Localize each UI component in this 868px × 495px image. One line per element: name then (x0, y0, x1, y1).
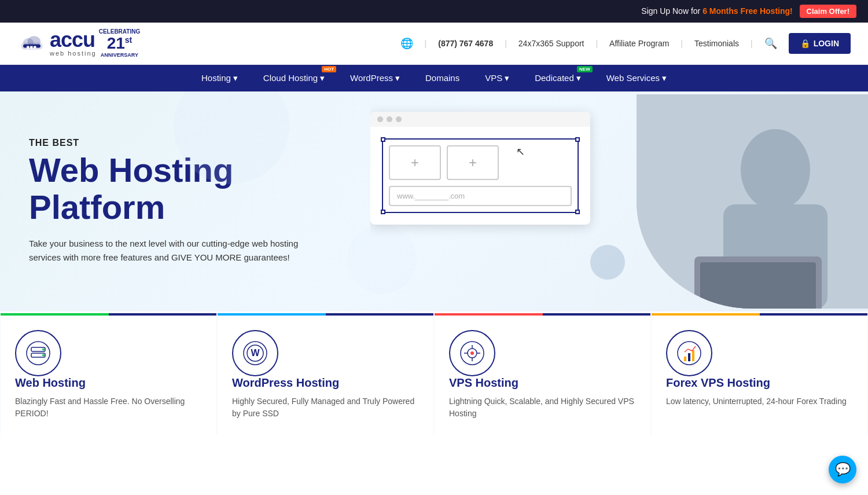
browser-dot-1 (377, 116, 383, 122)
svg-point-16 (42, 348, 45, 350)
browser-frame: + + ↖ www.________.com (382, 138, 579, 213)
anniversary-number: 21st (99, 35, 140, 53)
hero-section: THE BEST Web HostingPlatform Take your b… (0, 91, 868, 311)
logo-icon (17, 35, 46, 52)
card-top-bars-vps (435, 313, 650, 316)
logo-accu: accu (50, 30, 97, 50)
forex-desc: Low latency, Uninterrupted, 24-hour Fore… (666, 395, 853, 408)
banner-highlight: 6 Months Free Hosting! (703, 6, 793, 16)
browser-bar (370, 112, 590, 127)
search-button[interactable]: 🔍 (764, 37, 777, 50)
forex-title: Forex VPS Hosting (666, 376, 853, 390)
testimonials-link[interactable]: Testimonials (694, 39, 739, 48)
frame-handle-bl (381, 210, 385, 214)
bar-green-web (1, 313, 109, 316)
frame-box-2: + (447, 145, 499, 180)
phone-link[interactable]: (877) 767 4678 (438, 39, 493, 48)
vps-title: VPS Hosting (449, 376, 636, 390)
main-navigation: Hosting▾ Cloud Hosting▾ HOT WordPress▾ D… (0, 65, 868, 91)
nav-web-services[interactable]: Web Services▾ (594, 65, 679, 91)
support-link[interactable]: 24x7x365 Support (518, 39, 584, 48)
svg-rect-6 (34, 46, 36, 49)
person-placeholder (637, 94, 868, 309)
bar-navy-vps (543, 313, 651, 316)
bar-navy-forex (760, 313, 868, 316)
card-content-forex: Forex VPS Hosting Low latency, Uninterru… (652, 316, 867, 422)
frame-handle-tr (575, 137, 580, 142)
bar-orange-forex (652, 313, 760, 316)
browser-body: + + ↖ www.________.com (370, 127, 590, 225)
svg-point-17 (42, 354, 45, 356)
bar-red-vps (435, 313, 543, 316)
web-hosting-icon (15, 330, 61, 376)
svg-rect-4 (27, 46, 30, 49)
person-svg (637, 94, 868, 309)
nav-wordpress[interactable]: WordPress▾ (337, 65, 413, 91)
frame-handle-br (575, 210, 580, 214)
login-label: LOGIN (814, 39, 839, 48)
vps-icon (449, 330, 495, 376)
bar-navy-web (109, 313, 217, 316)
wordpress-title: WordPress Hosting (232, 376, 419, 390)
globe-icon[interactable]: 🌐 (400, 37, 413, 50)
browser-dot-2 (387, 116, 392, 122)
card-top-bars-wp (218, 313, 433, 316)
service-card-vps: VPS Hosting Lightning Quick, Scalable, a… (435, 311, 650, 434)
nav-domains[interactable]: Domains (413, 65, 472, 91)
nav-hosting[interactable]: Hosting▾ (189, 65, 251, 91)
svg-rect-11 (700, 262, 816, 309)
svg-rect-26 (688, 353, 690, 361)
affiliate-program-link[interactable]: Affiliate Program (609, 39, 669, 48)
cursor-icon: ↖ (516, 145, 525, 180)
nav-vps[interactable]: VPS▾ (472, 65, 522, 91)
browser-mockup: + + ↖ www.________.com (370, 112, 590, 225)
header-nav: 🌐 | (877) 767 4678 | 24x7x365 Support | … (400, 33, 851, 54)
svg-rect-25 (684, 357, 686, 361)
hero-title: Web HostingPlatform (29, 152, 341, 226)
card-content-web: Web Hosting Blazingly Fast and Hassle Fr… (1, 316, 216, 434)
chevron-icon: ▾ (505, 73, 509, 83)
top-banner: Sign Up Now for 6 Months Free Hosting! C… (0, 0, 868, 23)
new-badge: NEW (577, 66, 593, 72)
svg-rect-5 (30, 46, 33, 49)
forex-icon (666, 330, 712, 376)
lock-icon: 🔒 (800, 39, 810, 48)
search-icon: 🔍 (764, 38, 777, 49)
svg-rect-27 (692, 350, 694, 361)
chevron-icon: ▾ (662, 73, 667, 83)
hero-description: Take your business to the next level wit… (29, 237, 330, 265)
logo-text: accu web hosting (50, 30, 97, 57)
frame-handle-tl (381, 137, 385, 142)
bar-navy-wp (326, 313, 434, 316)
hero-person-image (637, 94, 868, 309)
chevron-icon: ▾ (395, 73, 400, 83)
services-section: Web Hosting Blazingly Fast and Hassle Fr… (0, 311, 868, 434)
deco-circle-3 (590, 245, 625, 280)
card-top-bars-web (1, 313, 216, 316)
chevron-icon: ▾ (320, 73, 325, 83)
chevron-icon: ▾ (233, 73, 238, 83)
nav-cloud-hosting[interactable]: Cloud Hosting▾ HOT (251, 65, 337, 91)
card-top-bars-forex (652, 313, 867, 316)
svg-point-23 (470, 351, 474, 355)
web-hosting-desc: Blazingly Fast and Hassle Free. No Overs… (15, 395, 202, 420)
frame-boxes: + + ↖ (389, 145, 572, 180)
web-hosting-title: Web Hosting (15, 376, 202, 390)
service-cards-row: Web Hosting Blazingly Fast and Hassle Fr… (0, 311, 868, 434)
anniversary-text: ANNIVERSARY (99, 53, 140, 58)
login-button[interactable]: 🔒 LOGIN (789, 33, 851, 54)
vps-desc: Lightning Quick, Scalable, and Highly Se… (449, 395, 636, 420)
nav-dedicated[interactable]: Dedicated▾ NEW (522, 65, 594, 91)
anniversary-badge: CELEBRATING 21st ANNIVERSARY (99, 28, 140, 58)
logo-web: web hosting (50, 50, 97, 57)
svg-text:W: W (251, 348, 260, 358)
claim-offer-button[interactable]: Claim Offer! (800, 5, 856, 18)
card-content-vps: VPS Hosting Lightning Quick, Scalable, a… (435, 316, 650, 434)
wordpress-desc: Highly Secured, Fully Managed and Truly … (232, 395, 419, 420)
service-card-wordpress: W WordPress Hosting Highly Secured, Full… (218, 311, 433, 434)
logo-area: accu web hosting CELEBRATING 21st ANNIVE… (17, 28, 140, 58)
banner-text: Sign Up Now for (641, 6, 703, 16)
browser-dot-3 (396, 116, 402, 122)
card-content-wp: W WordPress Hosting Highly Secured, Full… (218, 316, 433, 434)
frame-box-1: + (389, 145, 441, 180)
